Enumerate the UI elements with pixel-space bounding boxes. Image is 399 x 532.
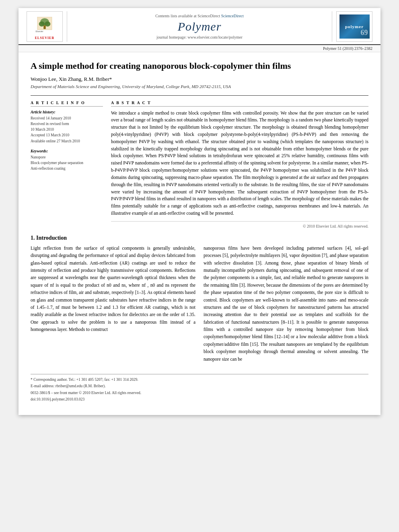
keywords-heading: Keywords: bbox=[31, 149, 103, 153]
history-received: Received 14 January 2010 bbox=[31, 115, 103, 121]
elsevier-logo: Elsevier ELSEVIER bbox=[27, 11, 63, 42]
elsevier-brand-text: ELSEVIER bbox=[35, 36, 54, 40]
elsevier-tree-icon: Elsevier bbox=[33, 15, 57, 33]
article-info-abstract-section: A R T I C L E I N F O Article history: R… bbox=[31, 95, 368, 228]
body-content: 1. Introduction Light reflection from th… bbox=[31, 235, 368, 366]
article-page: Elsevier ELSEVIER Contents lists availab… bbox=[19, 8, 380, 415]
article-content: A simple method for creating nanoporous … bbox=[19, 52, 380, 415]
polymer-badge-text: polymer bbox=[345, 24, 364, 29]
keywords-section: Keywords: Nanopore Block copolymer phase… bbox=[31, 149, 103, 172]
history-accepted: Accepted 13 March 2010 bbox=[31, 132, 103, 138]
history-title: Article history: bbox=[31, 110, 103, 114]
article-authors: Wonjoo Lee, Xin Zhang, R.M. Briber* bbox=[31, 76, 368, 82]
intro-right-col: nanoporous films have been developed inc… bbox=[204, 244, 368, 366]
intro-two-col: Light reflection from the surface of opt… bbox=[31, 244, 368, 366]
svg-text:Elsevier: Elsevier bbox=[36, 30, 43, 33]
doi-note: doi:10.1016/j.polymer.2010.03.023 bbox=[31, 396, 368, 402]
journal-homepage: journal homepage: www.elsevier.com/locat… bbox=[156, 35, 243, 39]
history-revised-date: 10 March 2010 bbox=[31, 127, 103, 132]
issn-note: 0032-3861/$ – see front matter © 2010 El… bbox=[31, 390, 368, 396]
contents-available-line: Contents lists available at ScienceDirec… bbox=[155, 14, 244, 18]
intro-section-title: 1. Introduction bbox=[31, 235, 368, 241]
keyword-1: Nanopore bbox=[31, 154, 103, 160]
intro-left-col: Light reflection from the surface of opt… bbox=[31, 244, 195, 366]
history-revised-label: Received in revised form bbox=[31, 121, 103, 127]
intro-left-paragraph: Light reflection from the surface of opt… bbox=[31, 244, 195, 333]
article-affiliation: Department of Materials Science and Engi… bbox=[31, 84, 368, 89]
footnote-section: * Corresponding author. Tel.: +1 301 405… bbox=[31, 374, 368, 402]
keyword-2: Block copolymer phase separation bbox=[31, 160, 103, 166]
page-info-bar: Polymer 51 (2010) 2376–2382 bbox=[19, 45, 380, 52]
intro-right-paragraph: nanoporous films have been developed inc… bbox=[204, 244, 368, 363]
abstract-text: We introduce a simple method to create b… bbox=[111, 110, 368, 217]
email-note: E-mail address: rbriber@umd.edu (R.M. Br… bbox=[31, 383, 368, 389]
corresponding-author-note: * Corresponding author. Tel.: +1 301 405… bbox=[31, 377, 368, 382]
contents-text: Contents lists available at ScienceDirec… bbox=[155, 14, 220, 18]
journal-badge-container: polymer 69 bbox=[336, 11, 372, 42]
article-info-column: A R T I C L E I N F O Article history: R… bbox=[31, 101, 103, 228]
keyword-3: Anti-reflection coating bbox=[31, 166, 103, 171]
journal-name: Polymer bbox=[178, 20, 222, 33]
article-info-heading: A R T I C L E I N F O bbox=[31, 101, 103, 107]
journal-center: Contents lists available at ScienceDirec… bbox=[67, 11, 332, 42]
history-online: Available online 27 March 2010 bbox=[31, 138, 103, 144]
authors-text: Wonjoo Lee, Xin Zhang, R.M. Briber* bbox=[31, 76, 112, 82]
sciencedirect-link[interactable]: ScienceDirect bbox=[221, 14, 244, 18]
journal-header: Elsevier ELSEVIER Contents lists availab… bbox=[19, 8, 380, 45]
copyright-line: © 2010 Elsevier Ltd. All rights reserved… bbox=[111, 221, 368, 228]
svg-rect-4 bbox=[43, 25, 45, 29]
polymer-badge-number: 69 bbox=[361, 29, 368, 37]
polymer-badge: polymer 69 bbox=[339, 14, 370, 39]
article-history-section: Article history: Received 14 January 201… bbox=[31, 110, 103, 144]
abstract-heading: A B S T R A C T bbox=[111, 101, 368, 107]
abstract-column: A B S T R A C T We introduce a simple me… bbox=[111, 101, 368, 228]
article-title: A simple method for creating nanoporous … bbox=[31, 60, 368, 72]
